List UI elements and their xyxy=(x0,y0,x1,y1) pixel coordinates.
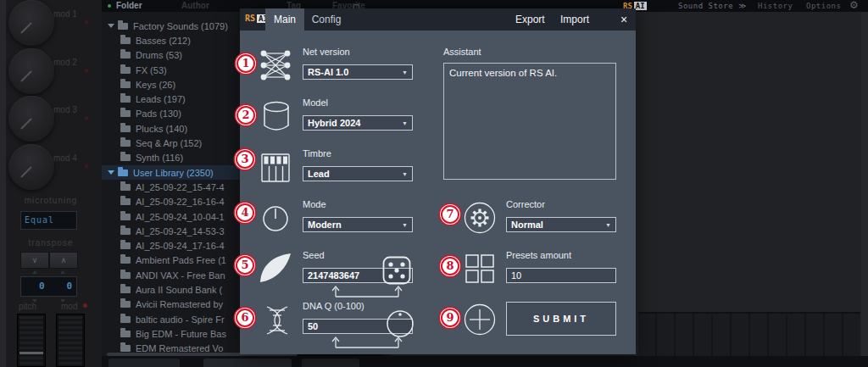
folder-icon xyxy=(120,257,131,264)
keyboard-strip[interactable] xyxy=(638,312,860,358)
mod-wheel-led xyxy=(83,303,87,308)
plugin-window: Folder Author Tag Favorite RSAI Sound St… xyxy=(0,0,868,367)
caret-down-icon[interactable] xyxy=(108,170,114,175)
transpose-marker-icon xyxy=(60,270,65,274)
corrector-value: Normal xyxy=(511,220,605,230)
browser-item-label: Keys (26) xyxy=(136,80,175,90)
mode-label: Mode xyxy=(303,199,326,209)
presets-grid-icon xyxy=(465,254,494,283)
net-icon xyxy=(257,49,294,81)
annotation-badge-1: 1 xyxy=(236,54,255,73)
import-button[interactable]: Import xyxy=(560,8,589,31)
knob-label: mod 4 xyxy=(53,153,77,163)
filter-active-dot xyxy=(108,4,111,8)
microtuning-display[interactable]: Equal xyxy=(20,211,77,230)
transpose-up-button[interactable]: ∧ xyxy=(49,252,78,269)
knob-pointer xyxy=(20,70,31,81)
bottom-button-2[interactable] xyxy=(203,359,292,367)
bottom-bar xyxy=(102,356,868,367)
microtuning-label: microtuning xyxy=(17,196,85,205)
folder-icon xyxy=(120,110,131,117)
close-icon[interactable]: × xyxy=(620,8,627,31)
annotation-badge-9: 9 xyxy=(441,309,459,327)
transpose-down-button[interactable]: ∨ xyxy=(20,252,49,269)
folder-icon xyxy=(120,214,131,220)
knob-pointer xyxy=(20,118,31,129)
transpose-display[interactable]: 0 0 xyxy=(20,276,77,297)
folder-icon xyxy=(120,96,131,103)
knob-label: mod 3 xyxy=(53,105,77,114)
folder-icon xyxy=(120,301,131,308)
annotation-badge-4: 4 xyxy=(236,203,254,222)
caret-down-icon[interactable] xyxy=(108,24,114,28)
dice-icon[interactable] xyxy=(382,256,411,285)
tab-main[interactable]: Main xyxy=(265,8,304,31)
logo-rs: RS xyxy=(245,14,255,23)
dropdown-caret-icon: ▼ xyxy=(402,70,408,75)
net-version-select[interactable]: RS-AI 1.0 ▼ xyxy=(303,64,413,80)
dropdown-caret-icon: ▼ xyxy=(402,171,408,177)
dna-icon xyxy=(262,305,292,336)
browser-item-label: Pads (130) xyxy=(136,108,181,119)
mode-select[interactable]: Modern ▼ xyxy=(303,217,413,232)
browser-item-label: Avicii Remastered by xyxy=(136,299,223,309)
corrector-select[interactable]: Normal ▼ xyxy=(506,217,616,232)
mod-knob[interactable] xyxy=(8,144,54,190)
browser-item-label: Factory Sounds (1079) xyxy=(133,21,228,31)
mod-knob[interactable] xyxy=(8,96,54,142)
mode-knob-icon xyxy=(262,205,289,232)
export-button[interactable]: Export xyxy=(515,8,545,31)
browser-item-label: AI_25-09-24_14-53-3 xyxy=(136,226,225,236)
rs-ai-dialog: RSAI Main Config Export Import × xyxy=(240,8,636,354)
transpose-marker-icon xyxy=(32,270,37,274)
timbre-select[interactable]: Lead ▼ xyxy=(303,166,413,181)
knob-label: mod 2 xyxy=(53,58,77,67)
pitch-label: pitch xyxy=(19,302,36,311)
browser-item-label: AI_25-09-24_10-04-1 xyxy=(136,212,225,222)
mod-knob[interactable] xyxy=(8,48,54,94)
annotation-badge-5: 5 xyxy=(236,256,254,275)
assistant-textarea[interactable]: Current version of RS AI. xyxy=(443,63,616,180)
transpose-value-semi: 0 xyxy=(49,277,77,296)
menu-options[interactable]: Options xyxy=(806,2,841,10)
folder-icon xyxy=(120,52,131,58)
annotation-badge-6: 6 xyxy=(236,309,254,327)
seed-label: Seed xyxy=(303,250,325,260)
presets-amount-value: 10 xyxy=(511,270,521,281)
pitch-wheel[interactable] xyxy=(17,314,46,367)
browser-item-label: AI_25-09-22_16-16-4 xyxy=(136,197,225,207)
left-panel: mod 1mod 2mod 3mod 4 microtuning Equal t… xyxy=(0,0,102,367)
browser-item-label: Seq & Arp (152) xyxy=(136,138,202,148)
folder-icon xyxy=(120,184,131,191)
mode-value: Modern xyxy=(308,220,402,230)
mod-label: mod xyxy=(61,302,77,311)
bottom-button-1[interactable] xyxy=(108,359,180,367)
presets-amount-input[interactable]: 10 xyxy=(506,268,616,283)
submit-button[interactable]: SUBMIT xyxy=(506,302,616,336)
corrector-gear-icon xyxy=(464,202,496,234)
folder-icon xyxy=(120,154,131,161)
dna-q-label: DNA Q (0-100) xyxy=(303,301,364,311)
browser-item-label: FX (53) xyxy=(136,65,167,75)
folder-icon xyxy=(120,125,131,132)
net-version-label: Net version xyxy=(303,47,350,57)
folder-icon xyxy=(120,272,131,279)
menu-history[interactable]: History xyxy=(758,2,793,10)
knob-pointer xyxy=(20,22,31,33)
browser-tab-author[interactable]: Author xyxy=(181,1,209,10)
mod-led xyxy=(85,164,88,168)
browser-item-label: Leads (197) xyxy=(136,94,186,104)
gear-icon[interactable]: ⚙ xyxy=(849,0,859,11)
browser-item-label: Aura II Sound Bank ( xyxy=(136,285,222,295)
mod-knob[interactable] xyxy=(8,0,54,46)
browser-tab-folder[interactable]: Folder xyxy=(116,1,142,10)
seed-icon xyxy=(259,253,292,285)
mod-wheel[interactable] xyxy=(56,314,85,367)
model-select[interactable]: Hybrid 2024 ▼ xyxy=(303,115,413,131)
bottom-button-3[interactable] xyxy=(302,359,359,367)
knob-pointer xyxy=(20,166,31,177)
tab-config[interactable]: Config xyxy=(304,8,348,31)
browser-item-label: Big EDM - Future Bas xyxy=(136,329,226,339)
presets-amount-label: Presets amount xyxy=(506,250,571,260)
menu-sound-store[interactable]: Sound Store ≫ xyxy=(678,2,747,10)
